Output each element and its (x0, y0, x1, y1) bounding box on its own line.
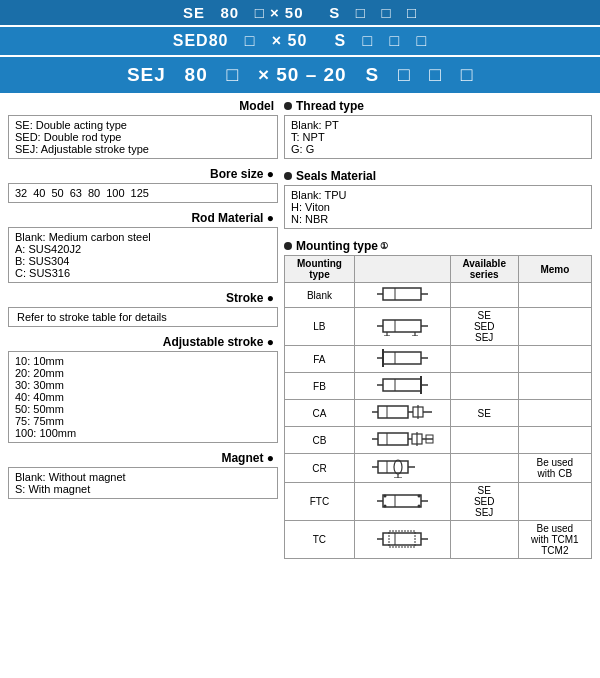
seals-section: Seals Material Blank: TPU H: Viton N: NB… (284, 169, 592, 229)
mount-type-cb: CB (285, 427, 355, 454)
cylinder-cr-icon (370, 456, 435, 478)
mount-series-lb: SESEDSEJ (450, 308, 518, 346)
model-item-2: SED: Double rod type (15, 131, 271, 143)
magnet-title: Magnet ● (8, 451, 278, 465)
mount-type-fa: FA (285, 346, 355, 373)
svg-rect-30 (378, 433, 408, 445)
cylinder-basic-icon (375, 285, 430, 303)
mount-memo-fb (518, 373, 591, 400)
table-row: CR (285, 454, 592, 483)
rod-c: C: SUS316 (15, 267, 271, 279)
adj-30: 30: 30mm (15, 379, 271, 391)
table-row: LB (285, 308, 592, 346)
magnet-s: S: With magnet (15, 483, 271, 495)
mount-series-fa (450, 346, 518, 373)
mount-icon-lb (354, 308, 450, 346)
svg-point-51 (417, 504, 420, 507)
mount-type-fb: FB (285, 373, 355, 400)
cylinder-fb-icon (375, 375, 430, 395)
mount-icon-ca (354, 400, 450, 427)
seals-n: N: NBR (291, 213, 585, 225)
adj-50: 50: 50mm (15, 403, 271, 415)
mounting-section: Mounting type ① Mountingtype Availablese… (284, 239, 592, 559)
model-section: Model SE: Double acting type SED: Double… (8, 99, 278, 159)
mount-series-cb (450, 427, 518, 454)
table-row: TC Be usedwith TC (285, 521, 592, 559)
mount-series-fb (450, 373, 518, 400)
mount-icon-fb (354, 373, 450, 400)
cylinder-ftc-icon (375, 491, 430, 511)
col-header-memo: Memo (518, 256, 591, 283)
mounting-bullet (284, 242, 292, 250)
thread-type-title: Thread type (284, 99, 592, 113)
seals-title-text: Seals Material (296, 169, 376, 183)
cylinder-ca-icon (370, 402, 435, 422)
mount-type-blank: Blank (285, 283, 355, 308)
thread-type-section: Thread type Blank: PT T: NPT G: G (284, 99, 592, 159)
cylinder-lb-icon (375, 316, 430, 336)
col-header-type: Mountingtype (285, 256, 355, 283)
mount-type-tc: TC (285, 521, 355, 559)
adj-40: 40: 40mm (15, 391, 271, 403)
mount-series-blank (450, 283, 518, 308)
svg-rect-45 (383, 495, 421, 507)
mount-memo-lb (518, 308, 591, 346)
col-header-series: Availableseries (450, 256, 518, 283)
bore-63: 63 (70, 187, 82, 199)
seals-blank: Blank: TPU (291, 189, 585, 201)
table-row: FA (285, 346, 592, 373)
mount-memo-ca (518, 400, 591, 427)
stroke-label: Refer to stroke table for details (8, 307, 278, 327)
svg-point-49 (383, 504, 386, 507)
adj-75: 75: 75mm (15, 415, 271, 427)
model-title: Model (8, 99, 278, 113)
thread-type-box: Blank: PT T: NPT G: G (284, 115, 592, 159)
model-item-3: SEJ: Adjustable stroke type (15, 143, 271, 155)
adj-10: 10: 10mm (15, 355, 271, 367)
mount-memo-tc: Be usedwith TCM1TCM2 (518, 521, 591, 559)
mount-memo-fa (518, 346, 591, 373)
magnet-blank: Blank: Without magnet (15, 471, 271, 483)
table-row: CB (285, 427, 592, 454)
thread-title-text: Thread type (296, 99, 364, 113)
magnet-box: Blank: Without magnet S: With magnet (8, 467, 278, 499)
mount-series-cr (450, 454, 518, 483)
adj-100: 100: 100mm (15, 427, 271, 439)
mount-icon-tc (354, 521, 450, 559)
mount-memo-cr: Be usedwith CB (518, 454, 591, 483)
thread-blank: Blank: PT (291, 119, 585, 131)
seals-title: Seals Material (284, 169, 592, 183)
rod-blank: Blank: Medium carbon steel (15, 231, 271, 243)
mount-icon-cb (354, 427, 450, 454)
bore-size-box: 32 40 50 63 80 100 125 (8, 183, 278, 203)
mount-icon-ftc (354, 483, 450, 521)
bore-125: 125 (131, 187, 149, 199)
mount-type-cr: CR (285, 454, 355, 483)
model-item-1: SE: Double acting type (15, 119, 271, 131)
rod-material-section: Rod Material ● Blank: Medium carbon stee… (8, 211, 278, 283)
mount-series-ca: SE (450, 400, 518, 427)
mount-icon-fa (354, 346, 450, 373)
svg-point-48 (383, 494, 386, 497)
bore-50: 50 (52, 187, 64, 199)
bore-100: 100 (106, 187, 124, 199)
table-row: CA (285, 400, 592, 427)
svg-rect-23 (378, 406, 408, 418)
mount-memo-blank (518, 283, 591, 308)
bore-size-section: Bore size ● 32 40 50 63 80 100 125 (8, 167, 278, 203)
header-sej: SEJ 80 □ × 50 – 20 S □ □ □ (0, 57, 600, 93)
mount-series-tc (450, 521, 518, 559)
mount-icon-cr (354, 454, 450, 483)
svg-rect-5 (383, 320, 421, 332)
rod-material-title: Rod Material ● (8, 211, 278, 225)
svg-point-50 (417, 494, 420, 497)
seals-bullet (284, 172, 292, 180)
mount-series-ftc: SESEDSEJ (450, 483, 518, 521)
mount-type-ftc: FTC (285, 483, 355, 521)
table-row: Blank (285, 283, 592, 308)
adj-20: 20: 20mm (15, 367, 271, 379)
rod-material-box: Blank: Medium carbon steel A: SUS420J2 B… (8, 227, 278, 283)
adjustable-stroke-title: Adjustable stroke ● (8, 335, 278, 349)
svg-rect-1 (383, 288, 421, 300)
mount-type-lb: LB (285, 308, 355, 346)
